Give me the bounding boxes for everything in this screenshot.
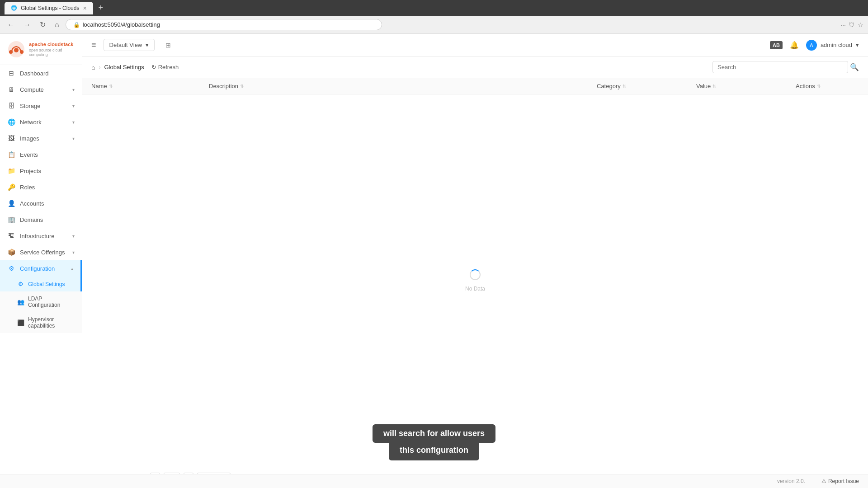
configuration-icon: ⚙	[7, 265, 15, 272]
app-container: apache cloudstack open source cloud comp…	[0, 34, 868, 488]
refresh-icon: ↻	[151, 64, 156, 70]
sidebar-label-images: Images	[20, 135, 68, 142]
version-text: version 2.0.	[768, 476, 814, 486]
refresh-nav-button[interactable]: ↻	[37, 19, 48, 31]
view-toggle-icon[interactable]: ⊞	[165, 42, 171, 49]
sidebar-item-events[interactable]: 📋 Events	[0, 146, 82, 163]
topbar-right: AB 🔔 A admin cloud ▾	[770, 40, 859, 51]
nav-shield-button[interactable]: 🛡	[849, 21, 855, 28]
search-bar[interactable]	[712, 61, 848, 73]
back-button[interactable]: ←	[5, 19, 17, 31]
report-issue-button[interactable]: ⚠ Report Issue	[821, 478, 859, 484]
lock-icon: 🔒	[73, 22, 80, 28]
sidebar-item-dashboard[interactable]: ⊟ Dashboard	[0, 65, 82, 81]
refresh-button[interactable]: ↻ Refresh	[151, 64, 179, 70]
notifications-bell-button[interactable]: 🔔	[790, 41, 799, 49]
events-icon: 📋	[7, 151, 15, 158]
sidebar-label-configuration: Configuration	[20, 265, 66, 272]
sidebar-logo: apache cloudstack open source cloud comp…	[0, 34, 82, 65]
sidebar-sub-hypervisor-capabilities[interactable]: ⬛ Hypervisor capabilities	[0, 312, 82, 333]
browser-chrome: 🌐 Global Settings - Clouds × +	[0, 0, 868, 16]
ab-test-button[interactable]: AB	[770, 41, 783, 49]
name-sort-icon: ⇅	[109, 84, 113, 89]
sidebar-label-infrastructure: Infrastructure	[20, 233, 68, 239]
topbar: ≡ Default View ▾ ⊞ AB 🔔 A admin cloud ▾	[82, 34, 868, 56]
browser-tab[interactable]: 🌐 Global Settings - Clouds ×	[5, 2, 93, 14]
sidebar-sub-label-ldap: LDAP Configuration	[28, 296, 75, 308]
breadcrumb-home-icon[interactable]: ⌂	[91, 64, 95, 71]
sidebar: apache cloudstack open source cloud comp…	[0, 34, 82, 488]
table-body: No Data	[82, 94, 868, 467]
logo-text-block: apache cloudstack open source cloud comp…	[29, 42, 75, 56]
sidebar-label-service-offerings: Service Offerings	[20, 249, 68, 256]
network-icon: 🌐	[7, 118, 15, 126]
column-header-value[interactable]: Value ⇅	[696, 83, 796, 89]
logo-image	[7, 40, 25, 58]
sidebar-item-storage[interactable]: 🗄 Storage ▾	[0, 98, 82, 114]
sidebar-sub-label-hypervisor: Hypervisor capabilities	[28, 316, 75, 329]
tab-title: Global Settings - Clouds	[21, 5, 79, 11]
breadcrumb-current-label: Global Settings	[104, 64, 144, 70]
browser-nav: ← → ↻ ⌂ 🔒 localhost:5050/#/globalsetting…	[0, 16, 868, 34]
hamburger-menu-button[interactable]: ≡	[91, 40, 96, 50]
ldap-icon: 👥	[17, 299, 24, 305]
description-sort-icon: ⇅	[240, 84, 244, 89]
configuration-chevron-icon: ▴	[71, 266, 73, 271]
sidebar-label-network: Network	[20, 119, 68, 126]
sidebar-label-accounts: Accounts	[20, 200, 75, 207]
refresh-label: Refresh	[158, 64, 179, 70]
sidebar-item-service-offerings[interactable]: 📦 Service Offerings ▾	[0, 244, 82, 260]
search-icon-button[interactable]: 🔍	[850, 63, 859, 71]
user-name-label: admin cloud	[821, 42, 852, 48]
sidebar-item-images[interactable]: 🖼 Images ▾	[0, 130, 82, 146]
sidebar-item-compute[interactable]: 🖥 Compute ▾	[0, 81, 82, 98]
column-header-name[interactable]: Name ⇅	[91, 83, 209, 89]
compute-chevron-icon: ▾	[72, 87, 75, 92]
sidebar-label-domains: Domains	[20, 216, 75, 223]
new-tab-button[interactable]: +	[99, 3, 104, 13]
dashboard-icon: ⊟	[7, 70, 15, 77]
sidebar-sub-global-settings[interactable]: ⚙ Global Settings	[0, 277, 82, 291]
table-container: Name ⇅ Description ⇅ Category ⇅ Value ⇅ …	[82, 78, 868, 488]
nav-dots-button[interactable]: ···	[840, 21, 846, 28]
sidebar-item-infrastructure[interactable]: 🏗 Infrastructure ▾	[0, 228, 82, 244]
sidebar-sub-label-global-settings: Global Settings	[28, 281, 65, 287]
sidebar-label-projects: Projects	[20, 168, 75, 174]
address-bar[interactable]: 🔒 localhost:5050/#/globalsetting	[66, 19, 382, 30]
column-header-description[interactable]: Description ⇅	[209, 83, 597, 89]
roles-icon: 🔑	[7, 183, 15, 191]
sidebar-label-roles: Roles	[20, 184, 75, 191]
sidebar-item-domains[interactable]: 🏢 Domains	[0, 211, 82, 228]
sidebar-item-configuration[interactable]: ⚙ Configuration ▴	[0, 260, 82, 277]
forward-button[interactable]: →	[21, 19, 33, 31]
breadcrumb-separator: ›	[99, 64, 100, 70]
view-dropdown-icon: ▾	[146, 42, 149, 48]
tab-close-button[interactable]: ×	[83, 5, 86, 12]
logo-name: apache cloudstack	[29, 42, 75, 47]
sidebar-sub-ldap-configuration[interactable]: 👥 LDAP Configuration	[0, 291, 82, 312]
sidebar-item-network[interactable]: 🌐 Network ▾	[0, 114, 82, 130]
breadcrumb-bar: ⌂ › Global Settings ↻ Refresh 🔍	[82, 56, 868, 78]
search-input[interactable]	[717, 64, 843, 70]
nav-star-button[interactable]: ☆	[858, 21, 863, 28]
view-selector[interactable]: Default View ▾	[104, 39, 155, 51]
sidebar-item-accounts[interactable]: 👤 Accounts	[0, 195, 82, 211]
sidebar-item-projects[interactable]: 📁 Projects	[0, 163, 82, 179]
compute-icon: 🖥	[7, 86, 15, 93]
projects-icon: 📁	[7, 167, 15, 174]
svg-point-1	[9, 50, 13, 54]
user-menu-button[interactable]: A admin cloud ▾	[806, 40, 859, 51]
network-chevron-icon: ▾	[72, 120, 75, 125]
sidebar-item-roles[interactable]: 🔑 Roles	[0, 179, 82, 195]
report-icon: ⚠	[821, 478, 826, 484]
domains-icon: 🏢	[7, 216, 15, 223]
storage-chevron-icon: ▾	[72, 103, 75, 108]
home-nav-button[interactable]: ⌂	[52, 19, 62, 31]
configuration-submenu: ⚙ Global Settings 👥 LDAP Configuration ⬛…	[0, 277, 82, 333]
global-settings-icon: ⚙	[17, 281, 24, 287]
user-dropdown-icon: ▾	[856, 42, 859, 48]
column-header-category[interactable]: Category ⇅	[597, 83, 696, 89]
sidebar-label-dashboard: Dashboard	[20, 70, 75, 77]
column-header-actions[interactable]: Actions ⇅	[796, 83, 859, 89]
address-text: localhost:5050/#/globalsetting	[83, 21, 160, 28]
